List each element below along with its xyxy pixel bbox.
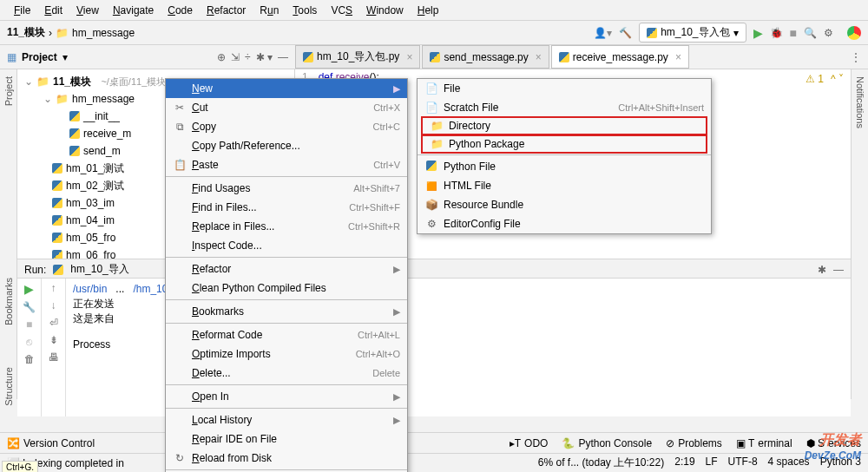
- rerun-button[interactable]: ▶: [24, 282, 34, 296]
- ctx-inspect-code-[interactable]: Inspect Code...: [166, 236, 407, 255]
- bookmarks-toolwindow-tab[interactable]: Bookmarks: [3, 274, 14, 329]
- menu-edit[interactable]: Edit: [37, 4, 69, 16]
- menu-code[interactable]: Code: [161, 4, 200, 16]
- breadcrumb-child: hm_message: [72, 27, 135, 39]
- trash-icon[interactable]: 🗑: [24, 353, 35, 365]
- close-icon[interactable]: ×: [406, 51, 412, 63]
- new-python-package[interactable]: 📁Python Package: [421, 134, 707, 154]
- menu-file[interactable]: File: [7, 4, 37, 16]
- run-toolbar: ▶ 🔧 ■ ⎋ 🗑: [17, 279, 42, 416]
- terminal-tab[interactable]: ▣ Terminal: [736, 437, 792, 449]
- menu-vcs[interactable]: VCS: [324, 4, 359, 16]
- ctx-replace-in-files-[interactable]: Replace in Files...Ctrl+Shift+R: [166, 217, 407, 236]
- debug-button[interactable]: 🐞: [770, 27, 783, 39]
- ctx-open-in[interactable]: Open In▶: [166, 387, 407, 406]
- python-icon: [647, 28, 657, 38]
- ctx-local-history[interactable]: Local History▶: [166, 410, 407, 429]
- tab-hm10[interactable]: hm_10_导入包.py×: [295, 45, 420, 69]
- expand-icon[interactable]: ⇲: [231, 51, 240, 63]
- indent-widget[interactable]: 4 spaces: [768, 456, 810, 470]
- new-html-file[interactable]: 🟧HTML File: [418, 176, 711, 195]
- chevron-down-icon: ▾: [733, 27, 739, 39]
- breadcrumb-root: 11_模块: [7, 25, 45, 40]
- print-icon[interactable]: 🖶: [49, 351, 59, 364]
- menu-navigate[interactable]: Navigate: [106, 4, 161, 16]
- tools-icon[interactable]: 🔧: [23, 301, 36, 313]
- search-icon[interactable]: 🔍: [804, 27, 817, 39]
- settings-icon[interactable]: ⚙: [824, 27, 833, 39]
- select-opened-icon[interactable]: ⊕: [217, 51, 226, 63]
- hide-icon[interactable]: —: [278, 51, 288, 63]
- menu-refactor[interactable]: Refactor: [200, 4, 253, 16]
- project-icon: ▦: [7, 51, 16, 63]
- settings-icon[interactable]: ✱: [818, 264, 826, 276]
- build-icon[interactable]: 🔨: [619, 27, 632, 39]
- wrap-icon[interactable]: ⏎: [49, 317, 58, 329]
- stop-button[interactable]: ■: [790, 26, 797, 40]
- hide-icon[interactable]: —: [833, 264, 844, 276]
- ctx-clean-python-compiled-files[interactable]: Clean Python Compiled Files: [166, 279, 407, 298]
- down-icon[interactable]: ↓: [51, 299, 56, 311]
- stop-button[interactable]: ■: [26, 318, 32, 331]
- ctx-repair-ide-on-file[interactable]: Repair IDE on File: [166, 429, 407, 449]
- chevron-down-icon[interactable]: ▾: [62, 51, 68, 63]
- tab-receive[interactable]: receive_message.py×: [551, 45, 689, 69]
- exit-icon[interactable]: ⎋: [26, 336, 32, 348]
- inspection-widget[interactable]: ⚠ 1^ ˅: [806, 73, 844, 85]
- ctx-copy-path-reference-[interactable]: Copy Path/Reference...: [166, 136, 407, 155]
- close-icon[interactable]: ×: [536, 51, 542, 63]
- menu-tools[interactable]: Tools: [286, 4, 324, 16]
- python-icon: [430, 52, 440, 62]
- version-control-tab[interactable]: 🔀 Version Control: [7, 437, 95, 449]
- ctx-paste[interactable]: 📋PasteCtrl+V: [166, 155, 407, 174]
- settings-icon[interactable]: ✱ ▾: [256, 51, 273, 63]
- toolbar: 11_模块 › 📁 hm_message 👤▾ 🔨 hm_10_导入包 ▾ ▶ …: [0, 21, 868, 45]
- ctx-refactor[interactable]: Refactor▶: [166, 259, 407, 279]
- ctx-copy[interactable]: ⧉CopyCtrl+C: [166, 117, 407, 136]
- run-panel: ▶ 🔧 ■ ⎋ 🗑 ↑ ↓ ⏎ ⇟ 🖶 /usr/bin ... /hm_10_…: [17, 278, 851, 416]
- menu-window[interactable]: Window: [359, 4, 411, 16]
- close-icon[interactable]: ×: [675, 51, 681, 63]
- ctx-bookmarks[interactable]: Bookmarks▶: [166, 302, 407, 321]
- up-icon[interactable]: ↑: [51, 282, 56, 294]
- python-icon: [559, 52, 569, 62]
- ctx-find-usages[interactable]: Find UsagesAlt+Shift+7: [166, 179, 407, 198]
- breadcrumb[interactable]: 11_模块 › 📁 hm_message: [7, 25, 135, 40]
- problems-tab[interactable]: ⊘ Problems: [666, 437, 722, 449]
- ctx-reload-from-disk[interactable]: ↻Reload from Disk: [166, 449, 407, 468]
- new-resource-bundle[interactable]: 📦Resource Bundle: [418, 195, 711, 214]
- status-bar: ⬜ Indexing completed in 6% of f... (toda…: [0, 453, 868, 472]
- ctx-reformat-code[interactable]: Reformat CodeCtrl+Alt+L: [166, 325, 407, 344]
- ide-logo-icon: [847, 26, 861, 40]
- new-python-file[interactable]: Python File: [418, 157, 711, 176]
- menu-view[interactable]: View: [69, 4, 106, 16]
- menu-run[interactable]: Run: [253, 4, 286, 16]
- collapse-icon[interactable]: ÷: [245, 51, 251, 63]
- run-button[interactable]: ▶: [753, 26, 763, 40]
- ctx-delete-[interactable]: Delete...Delete: [166, 364, 407, 383]
- menu-help[interactable]: Help: [411, 4, 446, 16]
- ctx-optimize-imports[interactable]: Optimize ImportsCtrl+Alt+O: [166, 344, 407, 364]
- new-file[interactable]: 📄File: [418, 79, 711, 98]
- run-panel-header: Run: hm_10_导入 ✱ —: [17, 259, 851, 279]
- tab-send[interactable]: send_message.py×: [422, 45, 549, 69]
- left-sidebar: Project Bookmarks Structure: [0, 69, 17, 399]
- user-icon[interactable]: 👤▾: [594, 27, 612, 39]
- new-directory[interactable]: 📁Directory: [421, 116, 707, 135]
- line-separator[interactable]: LF: [706, 456, 718, 470]
- todo-tab[interactable]: ▸TODO: [510, 437, 549, 449]
- new-scratch-file[interactable]: 📄Scratch FileCtrl+Alt+Shift+Insert: [418, 98, 711, 117]
- ctx-find-in-files-[interactable]: Find in Files...Ctrl+Shift+F: [166, 198, 407, 217]
- structure-toolwindow-tab[interactable]: Structure: [3, 364, 14, 410]
- python-console-tab[interactable]: 🐍 Python Console: [562, 437, 652, 449]
- new-editorconfig-file[interactable]: ⚙EditorConfig File: [418, 214, 711, 233]
- notifications-toolwindow-tab[interactable]: Notifications: [855, 73, 865, 132]
- scroll-icon[interactable]: ⇟: [49, 334, 58, 346]
- caret-position[interactable]: 2:19: [674, 456, 694, 470]
- project-toolwindow-tab[interactable]: Project: [3, 73, 14, 109]
- run-config-dropdown[interactable]: hm_10_导入包 ▾: [639, 23, 746, 43]
- ctx-new[interactable]: New▶: [166, 79, 407, 98]
- encoding[interactable]: UTF-8: [728, 456, 758, 470]
- ctx-cut[interactable]: ✂CutCtrl+X: [166, 98, 407, 117]
- tab-menu-icon[interactable]: ⋮: [851, 51, 861, 63]
